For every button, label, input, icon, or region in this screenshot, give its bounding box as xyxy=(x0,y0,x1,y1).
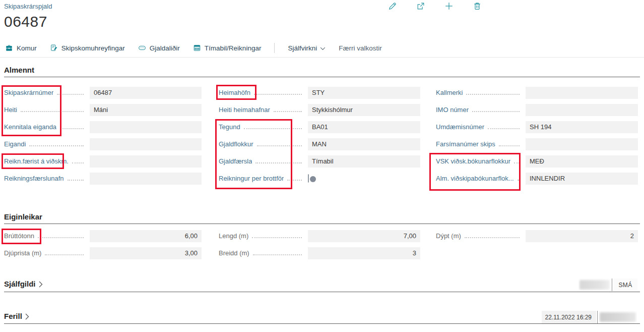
field-value-input[interactable] xyxy=(90,138,202,150)
dotted-leader xyxy=(287,180,302,181)
toolbar-item-label: Gjaldaliðir xyxy=(150,44,180,52)
ship-register-card-page: Skipaskrárspjald 06487 Komur Skipskomuhr… xyxy=(0,0,644,332)
briefcase-icon xyxy=(5,44,13,52)
field-value-input[interactable]: MAN xyxy=(308,138,420,150)
field-label: Heiti heimahafnar xyxy=(219,104,270,116)
size-badge: SMÁ xyxy=(613,279,637,291)
field-label: Djúprista (m) xyxy=(4,247,41,259)
dotted-leader xyxy=(57,94,84,95)
field-value-input[interactable]: BA01 xyxy=(308,121,420,133)
dotted-leader xyxy=(254,94,302,95)
section-title: Ferill xyxy=(4,312,22,320)
toolbar-item-skipskomuhreyfingar[interactable]: Skipskomuhreyfingar xyxy=(50,44,125,52)
dotted-leader xyxy=(72,162,84,163)
field-kallmerki: Kallmerki xyxy=(436,87,638,99)
dotted-leader xyxy=(60,128,84,129)
page-title: 06487 xyxy=(4,13,47,30)
field-alm-vidskipabokunarflokkur: Alm. viðskipabókunarflok... INNLENDIR xyxy=(436,173,638,185)
field-value-input[interactable]: MEÐ xyxy=(526,155,638,168)
section-rule xyxy=(4,323,640,324)
dotted-leader xyxy=(255,162,302,163)
summary-divider xyxy=(597,311,598,323)
field-reikn-faerist-a-vidskm: Reikn.færist á viðskm. xyxy=(4,155,202,168)
section-header-ferill[interactable]: Ferill xyxy=(4,312,30,320)
dotted-leader xyxy=(514,162,520,163)
plus-icon[interactable] xyxy=(444,2,454,11)
ferill-summary: 22.11.2022 16:29 xyxy=(542,311,637,323)
field-label: Farsímanúmer skips xyxy=(436,138,495,150)
toolbar-item-komur[interactable]: Komur xyxy=(5,44,37,52)
toolbar-divider xyxy=(0,57,644,58)
field-value-input[interactable]: 06487 xyxy=(90,87,202,99)
field-label: Brúttótonn xyxy=(4,230,34,242)
field-label: Dýpt (m) xyxy=(436,230,461,242)
dotted-leader xyxy=(253,254,302,255)
field-label: Umdæmisnúmer xyxy=(436,121,484,133)
eiginleikar-column-1: Brúttótonn 6,00 Djúprista (m) 3,00 xyxy=(4,230,202,264)
trash-icon[interactable] xyxy=(473,2,482,11)
almennt-column-3: Kallmerki IMO númer Umdæmisnúmer SH 194 … xyxy=(436,87,638,190)
dotted-leader xyxy=(38,237,84,238)
field-value-input[interactable] xyxy=(90,155,202,168)
dotted-leader xyxy=(472,111,520,112)
field-gjaldfaersla: Gjaldfærsla Tímabil xyxy=(219,155,420,168)
fewer-options-button[interactable]: Færri valkostir xyxy=(339,44,382,52)
chevron-right-icon xyxy=(25,313,30,320)
breadcrumb[interactable]: Skipaskrárspjald xyxy=(4,3,52,10)
toolbar-menu-label: Sjálfvirkni xyxy=(288,44,317,52)
field-value-input[interactable] xyxy=(526,104,638,116)
field-value-input[interactable] xyxy=(526,138,638,150)
toolbar-item-label: Tímabil/Reikningar xyxy=(205,44,262,52)
summary-divider xyxy=(612,279,612,291)
field-value-input[interactable]: 2 xyxy=(526,230,638,242)
toolbar-item-gjaldalidir[interactable]: Gjaldaliðir xyxy=(138,44,180,52)
toolbar-item-timabil-reikningar[interactable]: Tímabil/Reikningar xyxy=(193,44,262,52)
dotted-leader xyxy=(29,145,84,146)
almennt-column-1: Skipaskrárnúmer 06487 Heiti Máni Kennita… xyxy=(4,87,202,190)
field-value-input[interactable]: 3 xyxy=(308,247,420,259)
field-gjaldflokkur: Gjaldflokkur MAN xyxy=(219,138,420,150)
tag-icon xyxy=(138,44,146,52)
field-eigandi: Eigandi xyxy=(4,138,202,150)
dotted-leader xyxy=(274,111,302,112)
field-label: Heiti xyxy=(4,104,17,116)
toggle-off[interactable] xyxy=(308,174,309,183)
dotted-leader xyxy=(45,254,84,255)
field-value-input[interactable]: Tímabil xyxy=(308,155,420,168)
action-toolbar: Komur Skipskomuhreyfingar Gjaldaliðir Tí… xyxy=(5,42,382,53)
field-value-input[interactable]: INNLENDIR xyxy=(526,173,638,185)
field-label: Gjaldflokkur xyxy=(219,138,253,150)
field-value-input[interactable] xyxy=(90,121,202,133)
toolbar-menu-sjalfvirkni[interactable]: Sjálfvirkni xyxy=(288,44,326,52)
field-value-input[interactable]: 7,00 xyxy=(308,230,420,242)
calendar-grid-icon xyxy=(193,44,201,52)
field-djuprista: Djúprista (m) 3,00 xyxy=(4,247,202,259)
field-breidd: Breidd (m) 3 xyxy=(219,247,420,259)
dotted-leader xyxy=(518,180,520,181)
field-value-input[interactable]: 6,00 xyxy=(90,230,202,242)
field-value-input[interactable]: STY xyxy=(308,87,420,99)
field-value-input[interactable]: 3,00 xyxy=(90,247,202,259)
section-header-sjalfgildi[interactable]: Sjálfgildi xyxy=(4,280,43,288)
share-icon[interactable] xyxy=(416,2,425,11)
sjalfgildi-summary: SMÁ xyxy=(578,279,637,291)
chevron-right-icon xyxy=(39,281,43,288)
last-modified-timestamp: 22.11.2022 16:29 xyxy=(542,311,596,323)
dotted-leader xyxy=(257,145,302,146)
field-value-input[interactable] xyxy=(90,173,202,185)
field-farsimanumer-skips: Farsímanúmer skips xyxy=(436,138,638,150)
section-header-eiginleikar: Eiginleikar xyxy=(4,212,42,221)
dotted-leader xyxy=(244,128,302,129)
toolbar-item-label: Komur xyxy=(17,44,37,52)
edit-icon[interactable] xyxy=(388,2,397,11)
field-value-input[interactable]: SH 194 xyxy=(526,121,638,133)
field-value-input[interactable]: Máni xyxy=(90,104,202,116)
field-label: Reikningur per brottför xyxy=(219,173,284,185)
section-title: Sjálfgildi xyxy=(4,280,36,288)
section-header-almennt: Almennt xyxy=(4,66,34,74)
field-value-input[interactable] xyxy=(526,87,638,99)
field-label: Kallmerki xyxy=(436,87,463,99)
field-value-input[interactable]: Stykkishólmur xyxy=(308,104,420,116)
card-action-icons xyxy=(388,2,482,11)
field-label: Gjaldfærsla xyxy=(219,155,252,168)
